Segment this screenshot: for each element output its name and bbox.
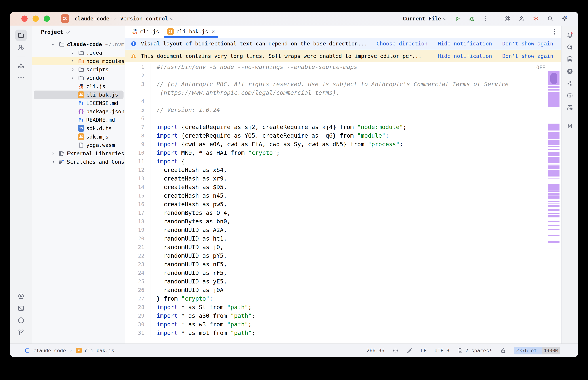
project-panel-header[interactable]: Project [32,26,125,38]
run-configuration-selector[interactable]: Current File [403,16,447,22]
line-number[interactable]: 5 [125,106,151,114]
line-number[interactable]: 13 [125,174,151,183]
search-icon[interactable] [547,15,554,22]
code-line[interactable]: 9import {cwd as e0A, cwd as FfA, cwd as … [125,140,561,149]
tree-item-scripts[interactable]: scripts [32,65,125,74]
indent-indicator[interactable]: 2 spaces* [457,347,492,354]
caret-position[interactable]: 266:36 [366,348,385,353]
close-window-button[interactable] [21,16,28,22]
line-number[interactable]: 29 [125,312,151,320]
line-number[interactable]: 9 [125,140,151,149]
dont-show-again-link[interactable]: Don't show again [502,53,553,59]
soft-wrap-indicator[interactable]: OFF [536,65,545,70]
code-line[interactable]: 29import * as a30 from "path"; [125,312,561,320]
code-line[interactable]: (https://www.anthropic.com/legal/commerc… [125,89,561,97]
tree-item-External Libraries[interactable]: External Libraries [32,149,125,158]
encoding-indicator[interactable]: UTF-8 [434,348,449,353]
code-line[interactable]: 6 [125,114,561,123]
services-tool-button[interactable] [15,291,27,302]
tree-item-claude-code[interactable]: claude-code~/.nvm/vers [32,40,125,49]
structure-tool-button[interactable] [15,60,27,71]
line-number[interactable]: 17 [125,209,151,217]
tree-item-cli-bak.js[interactable]: JScli-bak.js [34,91,123,99]
code-editor[interactable]: OFF 1#!/usr/bin/env -S node --no-warning… [125,62,561,343]
code-line[interactable]: 24 randomUUID as rF5, [125,269,561,277]
terminal-tool-button[interactable] [15,303,27,314]
memory-indicator[interactable]: 2376 of 4900M [514,347,560,354]
database-icon[interactable] [564,54,576,65]
more-actions-button[interactable] [482,15,489,22]
tree-item-vendor[interactable]: vendor [32,74,125,82]
plugin-asterisk-icon[interactable] [532,15,540,22]
ai-assistant-icon[interactable] [564,42,576,53]
breadcrumb-project[interactable]: claude-code [33,348,66,353]
code-line[interactable]: 19 randomUUID as A2A, [125,226,561,234]
project-menu[interactable]: claude-code [74,16,115,22]
code-line[interactable]: 4 [125,97,561,106]
code-with-me-icon[interactable] [564,102,576,113]
code-line[interactable]: 2 [125,71,561,80]
line-number[interactable]: 27 [125,294,151,303]
code-line[interactable]: 12 createHash as xS4, [125,166,561,174]
minimize-window-button[interactable] [33,16,39,22]
line-number[interactable]: 26 [125,286,151,294]
debug-button[interactable] [468,15,475,22]
line-number[interactable]: 28 [125,303,151,312]
tree-item-node_modules[interactable]: node_moduleslibrary [32,57,125,65]
line-number[interactable]: 16 [125,200,151,209]
add-user-icon[interactable] [518,15,525,22]
problems-tool-button[interactable] [15,315,27,326]
git-tool-button[interactable] [15,327,27,338]
line-number[interactable]: 30 [125,320,151,329]
pinwheel-plugin-icon[interactable] [564,78,576,89]
line-number[interactable]: 4 [125,97,151,106]
line-number[interactable]: 24 [125,269,151,277]
line-number[interactable]: 18 [125,217,151,226]
code-line[interactable]: 3// (c) Anthropic PBC. All rights reserv… [125,80,561,89]
code-line[interactable]: 10import MK9, * as HA1 from "crypto"; [125,149,561,157]
line-number[interactable]: 11 [125,157,151,166]
code-line[interactable]: 22 randomUUID as pY5, [125,251,561,260]
editor-scrollbar[interactable] [548,62,560,343]
line-number[interactable]: 21 [125,243,151,251]
project-tool-button[interactable] [15,30,27,41]
line-number[interactable]: 20 [125,234,151,243]
code-line[interactable]: 7import {createRequire as sj2, createReq… [125,123,561,132]
code-line[interactable]: 18 randomBytes as bn0, [125,217,561,226]
line-number[interactable]: 2 [125,71,151,80]
choose-direction-link[interactable]: Choose direction [376,40,427,47]
line-separator-indicator[interactable]: LF [421,348,427,353]
line-number[interactable]: 3 [125,80,151,89]
line-number[interactable]: 22 [125,251,151,260]
line-number[interactable]: 8 [125,132,151,140]
more-tool-windows-button[interactable] [15,72,27,83]
hide-notification-link[interactable]: Hide notification [438,40,492,47]
editor-tab-cli.js[interactable]: 10OJScli.js [128,26,163,38]
robot-plugin-icon[interactable] [564,90,576,101]
code-line[interactable]: 23 randomUUID as nF5, [125,260,561,269]
x-plugin-icon[interactable] [564,66,576,77]
vcs-menu[interactable]: Version control [120,16,174,22]
line-number[interactable] [125,89,151,97]
tree-item-LICENSE.md[interactable]: M↓LICENSE.md [32,99,125,107]
line-number[interactable]: 14 [125,183,151,191]
code-line[interactable]: 25 randomUUID as yE5, [125,277,561,286]
code-line[interactable]: 17 randomBytes as O_4, [125,209,561,217]
code-line[interactable]: 27} from "crypto"; [125,294,561,303]
settings-gear-icon[interactable] [561,15,568,22]
tree-item-.idea[interactable]: .idea [32,49,125,57]
line-number[interactable]: 15 [125,191,151,200]
line-number[interactable]: 7 [125,123,151,132]
code-line[interactable]: 11import { [125,157,561,166]
hide-notification-link[interactable]: Hide notification [438,53,492,59]
run-button[interactable] [454,15,461,22]
code-line[interactable]: 16 createHash as pw5, [125,200,561,209]
dont-show-again-link[interactable]: Don't show again [502,40,553,47]
tree-item-package.json[interactable]: {}package.json [32,107,125,116]
code-line[interactable]: 5// Version: 1.0.24 [125,106,561,114]
copilot-status-icon[interactable] [392,347,399,354]
mentions-icon[interactable] [504,15,511,22]
line-number[interactable]: 6 [125,114,151,123]
scrollbar-thumb[interactable] [550,73,557,84]
maven-icon[interactable] [564,120,576,132]
